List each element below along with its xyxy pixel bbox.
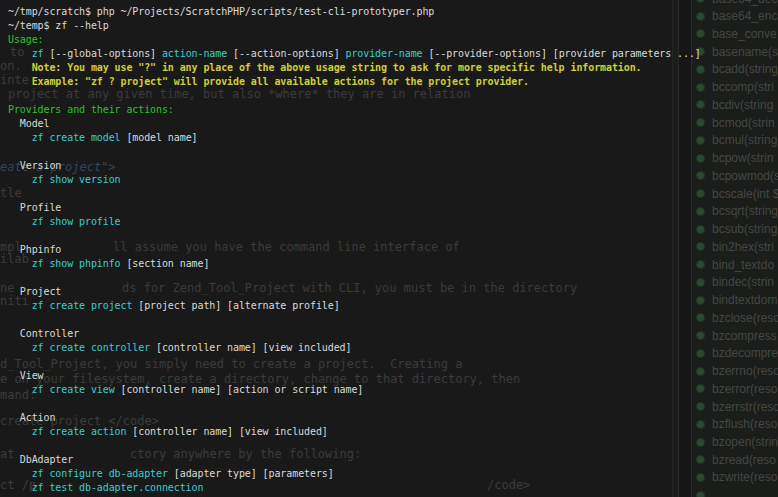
terminal-line: zf create controller [controller name] [… [8,341,351,355]
terminal-line: zf create model [model name] [8,131,197,145]
terminal-line: Usage: [8,33,44,47]
terminal-line: zf show phpinfo [section name] [8,257,209,271]
terminal-text-segment: [--action-options] [227,48,345,59]
terminal-line: Phpinfo [8,243,61,257]
terminal-text-segment: [--global-options] [44,48,162,59]
terminal-text-segment [8,216,32,227]
terminal-text-segment [8,468,32,479]
terminal-text-segment: DbAdapter [8,454,73,465]
terminal-text-segment: [controller name] [view included] [150,342,351,353]
terminal-line: DbAdapter [8,453,73,467]
terminal-text-segment: [controller name] [view included] [126,426,327,437]
terminal-line: Action [8,411,55,425]
terminal-text-segment: [adapter type] [parameters] [168,468,334,479]
terminal-text-segment: [section name] [121,258,210,269]
terminal-text-segment [8,300,32,311]
terminal-line: zf show profile [8,215,121,229]
terminal-text-segment [8,132,32,143]
terminal-line: Example: "zf ? project" will provide all… [8,75,529,89]
terminal-text-segment: Usage: [8,34,44,45]
terminal-text-segment [8,174,32,185]
terminal-text-segment: [project path] [alternate profile] [132,300,339,311]
terminal-text-segment: zf configure db-adapter [32,468,168,479]
terminal-text-segment: Providers and their actions: [8,104,174,115]
terminal-text-segment [8,482,32,493]
terminal-text-segment: View [8,370,44,381]
terminal-line: Profile [8,201,61,215]
terminal-text-segment: Model [8,118,49,129]
terminal-line: Controller [8,327,79,341]
terminal-line: ~/tmp/scratch$ php ~/Projects/ScratchPHP… [8,5,434,19]
terminal-text-segment: zf create project [32,300,133,311]
terminal-text-segment: Note: You may use "?" in any place of th… [32,62,642,73]
terminal-text-segment [8,258,32,269]
terminal-line: zf create view [controller name] [action… [8,383,363,397]
terminal-text-segment: zf create model [32,132,121,143]
terminal-text-segment: zf create action [32,426,127,437]
terminal-line: Providers and their actions: [8,103,174,117]
terminal-text-segment: [controller name] [action or script name… [115,384,364,395]
terminal-text-segment: Phpinfo [8,244,61,255]
terminal-text-segment: zf test db-adapter.connection [32,482,204,493]
terminal-text-segment: action-name [162,48,227,59]
terminal-text-segment: Version [8,160,61,171]
terminal-line: Version [8,159,61,173]
terminal-text-segment: Action [8,412,55,423]
terminal-text-segment [8,384,32,395]
terminal-text-segment: [model name] [121,132,198,143]
terminal-text-segment: zf [32,48,44,59]
terminal-line: Note: You may use "?" in any place of th… [8,61,642,75]
terminal-text-segment: ~/temp$ zf --help [8,20,109,31]
terminal-text-segment: Project [8,286,61,297]
terminal-text-segment: zf create controller [32,342,150,353]
terminal-text-segment: Example: "zf ? project" will provide all… [32,76,529,87]
terminal-text-segment: zf show profile [32,216,121,227]
terminal-text-segment: Controller [8,328,79,339]
terminal-text-segment: ~/tmp/scratch$ php ~/Projects/ScratchPHP… [8,6,434,17]
screen: toon.inteproject at any given time, but … [0,0,778,497]
terminal-text-segment: zf show phpinfo [32,258,121,269]
terminal-line: zf [--global-options] action-name [--act… [8,47,701,61]
terminal-line: zf show version [8,173,121,187]
terminal-text-segment: provider-name [346,48,423,59]
terminal-line: zf configure db-adapter [adapter type] [… [8,467,334,481]
terminal-line: zf test db-adapter.connection [8,481,203,495]
terminal-text-segment [8,62,32,73]
terminal-text-segment [8,426,32,437]
terminal-text-segment [8,76,32,87]
terminal-line: View [8,369,44,383]
terminal-text-segment [8,48,32,59]
terminal-text-segment [8,342,32,353]
terminal-output[interactable]: ~/tmp/scratch$ php ~/Projects/ScratchPHP… [0,0,778,497]
terminal-line: Project [8,285,61,299]
terminal-line: zf create project [project path] [altern… [8,299,340,313]
terminal-text-segment: zf create view [32,384,115,395]
terminal-text-segment: zf show version [32,174,121,185]
terminal-text-segment: [--provider-options] [provider parameter… [422,48,700,59]
terminal-line: ~/temp$ zf --help [8,19,109,33]
terminal-line: zf create action [controller name] [view… [8,425,328,439]
terminal-text-segment: Profile [8,202,61,213]
terminal-line: Model [8,117,49,131]
